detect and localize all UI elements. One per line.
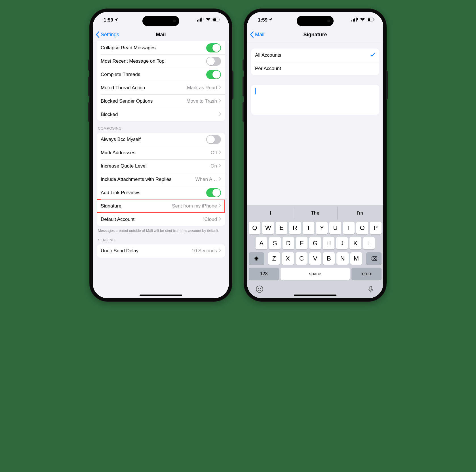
toggle-add-link-previews[interactable] (206, 188, 221, 197)
row-complete-threads[interactable]: Complete Threads (97, 68, 225, 81)
toggle-always-bcc-myself[interactable] (206, 135, 221, 144)
key-p[interactable]: P (370, 222, 382, 234)
key-j[interactable]: J (336, 237, 348, 249)
key-m[interactable]: M (350, 252, 362, 265)
row-undo-send-delay[interactable]: Undo Send Delay10 Seconds (97, 244, 225, 258)
row-value: Sent from my iPhone (172, 203, 217, 209)
emoji-key[interactable] (256, 285, 264, 294)
row-label: Per Account (255, 66, 375, 71)
row-add-link-previews[interactable]: Add Link Previews (97, 186, 225, 199)
text-caret (255, 88, 256, 94)
signature-scope-group: All AccountsPer Account (251, 48, 379, 75)
row-value: 10 Seconds (191, 248, 217, 254)
page-title: Mail (156, 32, 166, 38)
key-g[interactable]: G (309, 237, 321, 249)
key-e[interactable]: E (276, 222, 287, 234)
svg-rect-9 (351, 20, 352, 22)
key-z[interactable]: Z (268, 252, 280, 265)
row-mark-addresses[interactable]: Mark AddressesOff (97, 146, 225, 159)
sending-group: Undo Send Delay10 Seconds (97, 244, 225, 258)
key-n[interactable]: N (336, 252, 348, 265)
phone-left: 1:59 Settings M (89, 9, 232, 302)
row-label: All Accounts (255, 52, 370, 58)
row-collapse-read-messages[interactable]: Collapse Read Messages (97, 41, 225, 54)
svg-point-18 (256, 286, 263, 292)
key-q[interactable]: Q (249, 222, 260, 234)
key-o[interactable]: O (356, 222, 368, 234)
composing-header: COMPOSING (93, 121, 229, 133)
key-d[interactable]: D (283, 237, 294, 249)
sending-header: SENDING (93, 235, 229, 244)
shift-key[interactable] (249, 252, 264, 265)
toggle-most-recent-message-on-top[interactable] (206, 57, 221, 66)
svg-point-19 (258, 288, 259, 289)
row-muted-thread-action[interactable]: Muted Thread ActionMark as Read (97, 81, 225, 94)
key-t[interactable]: T (303, 222, 314, 234)
numeric-key[interactable]: 123 (249, 268, 279, 280)
option-per-account[interactable]: Per Account (251, 62, 379, 75)
suggestion-i-m[interactable]: I'm (337, 207, 382, 219)
page-title: Signature (303, 32, 327, 38)
key-x[interactable]: X (282, 252, 294, 265)
row-blocked-sender-options[interactable]: Blocked Sender OptionsMove to Trash (97, 94, 225, 108)
return-key[interactable]: return (351, 268, 382, 280)
battery-icon (212, 17, 220, 23)
row-value: Off (211, 150, 217, 156)
space-key[interactable]: space (281, 268, 350, 280)
svg-rect-2 (200, 18, 201, 22)
key-w[interactable]: W (262, 222, 274, 234)
key-k[interactable]: K (349, 237, 361, 249)
key-v[interactable]: V (309, 252, 321, 265)
option-all-accounts[interactable]: All Accounts (251, 48, 379, 62)
row-most-recent-message-on-top[interactable]: Most Recent Message on Top (97, 54, 225, 68)
row-include-attachments-with-replies[interactable]: Include Attachments with RepliesWhen A… (97, 173, 225, 186)
row-default-account[interactable]: Default AccountiCloud (97, 213, 225, 226)
home-indicator[interactable] (140, 295, 182, 296)
chevron-right-icon (219, 204, 221, 209)
key-b[interactable]: B (323, 252, 335, 265)
row-signature[interactable]: SignatureSent from my iPhone (97, 199, 225, 213)
chevron-right-icon (219, 85, 221, 90)
suggestion-the[interactable]: The (293, 207, 338, 219)
toggle-collapse-read-messages[interactable] (206, 43, 221, 52)
row-value: When A… (195, 177, 217, 182)
signature-textarea[interactable] (251, 85, 379, 115)
row-label: Blocked (101, 112, 219, 117)
key-u[interactable]: U (329, 222, 341, 234)
key-f[interactable]: F (296, 237, 307, 249)
svg-rect-7 (213, 18, 216, 21)
row-always-bcc-myself[interactable]: Always Bcc Myself (97, 133, 225, 146)
key-s[interactable]: S (269, 237, 281, 249)
chevron-right-icon (219, 248, 221, 253)
row-increase-quote-level[interactable]: Increase Quote LevelOn (97, 159, 225, 173)
key-h[interactable]: H (323, 237, 334, 249)
key-r[interactable]: R (289, 222, 301, 234)
composing-footer: Messages created outside of Mail will be… (93, 226, 229, 235)
toggle-complete-threads[interactable] (206, 70, 221, 79)
threading-group: Collapse Read MessagesMost Recent Messag… (97, 41, 225, 121)
key-i[interactable]: I (343, 222, 355, 234)
suggestion-i[interactable]: I (248, 207, 293, 219)
row-blocked[interactable]: Blocked (97, 108, 225, 121)
back-button[interactable]: Mail (250, 28, 264, 41)
home-indicator[interactable] (294, 295, 336, 296)
suggestion-bar: ITheI'm (248, 207, 382, 219)
backspace-key[interactable] (366, 252, 382, 265)
back-button[interactable]: Settings (96, 28, 119, 41)
nav-bar: Mail Signature (247, 28, 383, 41)
wifi-icon (360, 17, 365, 23)
status-time: 1:59 (258, 17, 268, 23)
row-value: iCloud (203, 217, 217, 222)
row-value: On (210, 163, 217, 169)
key-a[interactable]: A (256, 237, 267, 249)
row-label: Always Bcc Myself (101, 137, 206, 142)
row-label: Undo Send Delay (101, 248, 191, 254)
key-c[interactable]: C (296, 252, 307, 265)
key-y[interactable]: Y (316, 222, 328, 234)
row-label: Add Link Previews (101, 190, 206, 196)
chevron-right-icon (219, 217, 221, 222)
dictation-key[interactable] (367, 285, 375, 294)
svg-rect-8 (220, 19, 220, 20)
key-l[interactable]: L (363, 237, 375, 249)
row-label: Muted Thread Action (101, 85, 187, 91)
